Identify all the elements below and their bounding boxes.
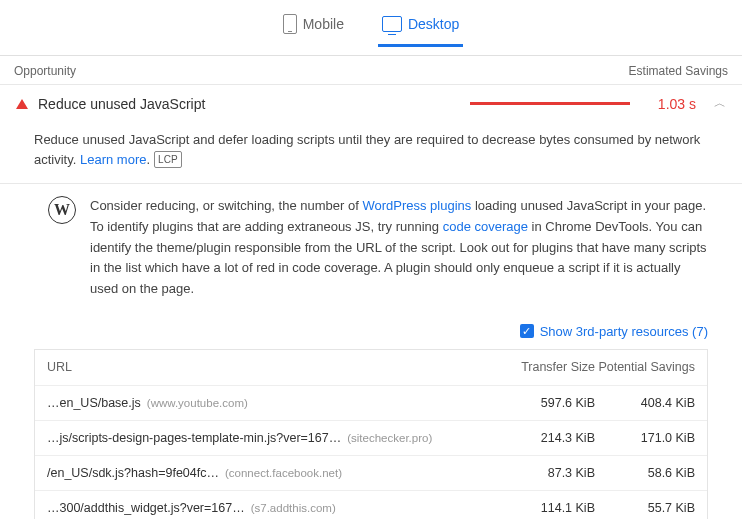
wp-plugins-link[interactable]: WordPress plugins	[362, 198, 471, 213]
savings-bar	[470, 102, 630, 105]
col-save-header: Potential Savings	[595, 360, 695, 375]
cell-save: 58.6 KiB	[595, 466, 695, 480]
tab-desktop-label: Desktop	[408, 16, 459, 32]
cell-url: …en_US/base.js (www.youtube.com)	[47, 396, 495, 410]
cell-size: 214.3 KiB	[495, 431, 595, 445]
savings-value: 1.03 s	[650, 96, 696, 112]
col-url-header: URL	[47, 360, 495, 374]
table-row: …js/scripts-design-pages-template-min.js…	[35, 420, 707, 455]
url-path: …300/addthis_widget.js?ver=167…	[47, 501, 245, 515]
cell-size: 597.6 KiB	[495, 396, 595, 410]
chevron-up-icon: ︿	[714, 95, 726, 112]
audit-description: Reduce unused JavaScript and defer loadi…	[0, 122, 742, 184]
audit-title: Reduce unused JavaScript	[38, 96, 205, 112]
learn-more-link[interactable]: Learn more	[80, 152, 146, 167]
device-tabs: Mobile Desktop	[0, 0, 742, 56]
table-row: …300/addthis_widget.js?ver=167… (s7.addt…	[35, 490, 707, 519]
url-host: (s7.addthis.com)	[251, 502, 336, 514]
thirdparty-toggle-row: ✓ Show 3rd-party resources (7)	[0, 318, 742, 349]
thirdparty-label: Show 3rd-party resources (7)	[540, 324, 708, 339]
cell-size: 114.1 KiB	[495, 501, 595, 515]
cell-size: 87.3 KiB	[495, 466, 595, 480]
cell-url: …300/addthis_widget.js?ver=167… (s7.addt…	[47, 501, 495, 515]
url-path: …js/scripts-design-pages-template-min.js…	[47, 431, 341, 445]
stack-pack-row: W Consider reducing, or switching, the n…	[0, 184, 742, 318]
url-host: (www.youtube.com)	[147, 397, 248, 409]
stack-text-1: Consider reducing, or switching, the num…	[90, 198, 362, 213]
lcp-badge: LCP	[154, 151, 181, 168]
url-path: …en_US/base.js	[47, 396, 141, 410]
table-header: URL Transfer Size Potential Savings	[35, 350, 707, 385]
url-host: (sitechecker.pro)	[347, 432, 432, 444]
mobile-icon	[283, 14, 297, 34]
cell-url: /en_US/sdk.js?hash=9fe04fc… (connect.fac…	[47, 466, 495, 480]
header-est-savings: Estimated Savings	[629, 64, 728, 78]
code-coverage-link[interactable]: code coverage	[443, 219, 528, 234]
desktop-icon	[382, 16, 402, 32]
cell-save: 408.4 KiB	[595, 396, 695, 410]
tab-desktop[interactable]: Desktop	[378, 8, 463, 47]
savings-bar-wrap	[215, 102, 640, 105]
table-row: /en_US/sdk.js?hash=9fe04fc… (connect.fac…	[35, 455, 707, 490]
stack-pack-text: Consider reducing, or switching, the num…	[90, 196, 708, 300]
url-host: (connect.facebook.net)	[225, 467, 342, 479]
audit-row[interactable]: Reduce unused JavaScript 1.03 s ︿	[0, 84, 742, 122]
thirdparty-checkbox[interactable]: ✓	[520, 324, 534, 338]
url-path: /en_US/sdk.js?hash=9fe04fc…	[47, 466, 219, 480]
header-opportunity: Opportunity	[14, 64, 76, 78]
columns-header: Opportunity Estimated Savings	[0, 56, 742, 84]
table-row: …en_US/base.js (www.youtube.com)597.6 Ki…	[35, 385, 707, 420]
cell-save: 171.0 KiB	[595, 431, 695, 445]
tab-mobile-label: Mobile	[303, 16, 344, 32]
fail-triangle-icon	[16, 99, 28, 109]
col-size-header: Transfer Size	[495, 360, 595, 374]
wordpress-icon: W	[48, 196, 76, 224]
tab-mobile[interactable]: Mobile	[279, 8, 348, 47]
resources-table: URL Transfer Size Potential Savings …en_…	[34, 349, 708, 519]
cell-save: 55.7 KiB	[595, 501, 695, 515]
cell-url: …js/scripts-design-pages-template-min.js…	[47, 431, 495, 445]
